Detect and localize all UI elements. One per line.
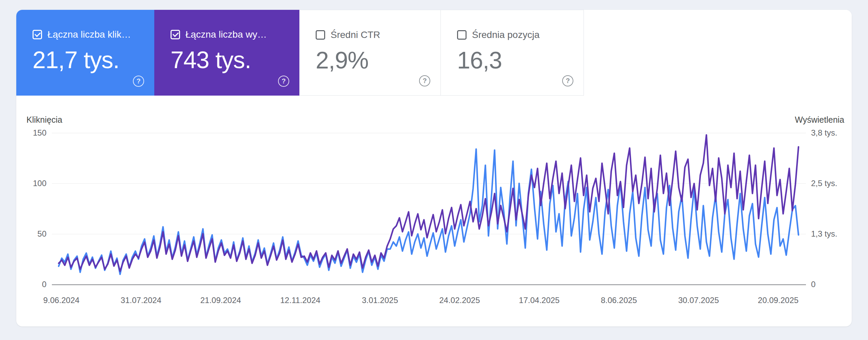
x-axis-date-label: 3.01.2025 (350, 296, 411, 305)
chart-plot[interactable] (52, 133, 806, 284)
x-axis-date-label: 31.07.2024 (111, 296, 172, 305)
left-axis-tick-label: 0 (16, 280, 46, 289)
right-axis-tick-label: 0 (811, 280, 815, 289)
right-axis-title: Wyświetlenia (795, 115, 844, 125)
clicks-line (59, 149, 798, 275)
left-axis-title: Kliknięcia (26, 115, 62, 125)
x-axis-line (52, 284, 806, 285)
x-axis-date-label: 21.09.2024 (190, 296, 251, 305)
right-axis-tick-label: 2,5 tys. (811, 179, 837, 188)
left-axis-tick-label: 100 (16, 179, 46, 188)
x-axis-date-label: 8.06.2025 (588, 296, 649, 305)
x-axis-date-label: 9.06.2024 (31, 296, 92, 305)
chart-area: Kliknięcia Wyświetlenia 1503,8 tys.1002,… (16, 10, 852, 326)
right-axis-tick-label: 3,8 tys. (811, 128, 837, 138)
x-axis-date-label: 12.11.2024 (270, 296, 331, 305)
x-axis-date-label: 30.07.2025 (668, 296, 729, 305)
x-axis-date-label: 24.02.2025 (429, 296, 490, 305)
performance-panel: Łączna liczba klik… 21,7 tys. Łączna lic… (16, 10, 852, 326)
left-axis-tick-label: 150 (16, 128, 46, 138)
right-axis-tick-label: 1,3 tys. (811, 229, 837, 239)
x-axis-date-label: 17.04.2025 (509, 296, 570, 305)
left-axis-tick-label: 50 (16, 229, 46, 239)
x-axis-date-label: 20.09.2025 (748, 296, 809, 305)
